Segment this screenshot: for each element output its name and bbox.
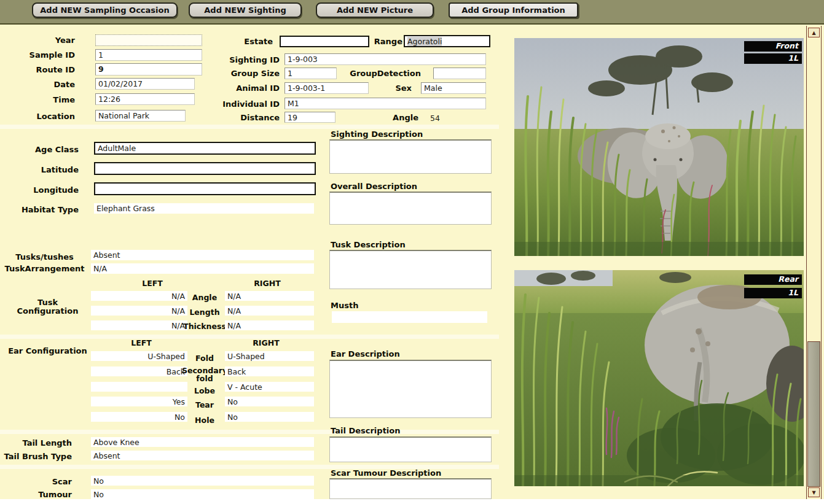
photo-id-tag: 1L [744,53,802,64]
latitude-field[interactable] [94,162,316,175]
photo-id-tag: 1L [744,288,802,298]
ear-fold-label: Fold [186,354,224,363]
ear-lobe-label: Lobe [186,386,224,395]
location-label: Location [12,112,75,121]
add-picture-button[interactable]: Add NEW Picture [316,2,434,18]
habitat-type-field[interactable]: Elephant Grass [94,203,314,214]
age-class-field[interactable]: AdultMale [94,142,316,155]
scar-tumour-description-field[interactable] [329,478,492,499]
tusk-length-label: Length [186,308,224,317]
longitude-field[interactable] [94,182,316,195]
location-field[interactable]: National Park [95,110,186,122]
ear-lobe-left-field[interactable] [91,382,187,392]
range-selected-text: Agoratoli [407,37,442,46]
front-photo[interactable]: Front 1L [514,38,804,256]
scroll-thumb[interactable] [807,341,820,487]
time-label: Time [12,96,75,104]
vertical-scrollbar[interactable]: ▲ ▼ [806,26,822,499]
range-label: Range [344,37,402,46]
photo-view-tag: Rear [744,274,802,285]
tail-brush-type-field[interactable]: Absent [91,451,314,460]
tusk-thickness-right-field[interactable]: N/A [225,320,314,330]
tumour-field[interactable]: No [91,489,314,499]
elephant-rear-illustration [514,270,804,486]
musth-label: Musth [331,301,492,310]
group-detection-field[interactable] [433,68,486,79]
tusk-left-header: LEFT [134,279,171,288]
tusks-tushes-field[interactable]: Absent [91,250,314,260]
sighting-description-label: Sighting Description [331,130,492,139]
tusk-angle-right-field[interactable]: N/A [225,291,314,301]
ear-description-field[interactable] [329,360,492,418]
sample-id-label: Sample ID [12,51,75,60]
ear-hole-right-field[interactable]: No [225,412,314,422]
toolbar: Add NEW Sampling Occasion Add NEW Sighti… [0,0,824,25]
ear-secondary-fold-left-field[interactable]: Back [91,366,187,376]
habitat-type-label: Habitat Type [12,206,79,214]
longitude-label: Longitude [12,186,79,195]
tusk-right-header: RIGHT [249,279,286,288]
tail-description-field[interactable] [329,436,492,462]
range-field[interactable]: Agoratoli [404,35,490,47]
add-sampling-occasion-button[interactable]: Add NEW Sampling Occasion [32,2,178,18]
elephant-front-illustration [514,38,804,256]
tusk-description-field[interactable] [329,250,492,289]
bottom-strip [0,499,824,504]
section-divider [0,125,499,129]
tusk-arrangement-label: TuskArrangement [0,265,89,273]
individual-id-field[interactable]: M1 [284,98,486,109]
scar-label: Scar [0,478,72,486]
ear-secondary-fold-right-field[interactable]: Back [225,366,314,376]
scroll-down-button[interactable]: ▼ [808,487,820,497]
estate-label: Estate [203,37,273,46]
tail-length-field[interactable]: Above Knee [91,437,314,447]
distance-label: Distance [203,114,280,122]
route-id-label: Route ID [12,66,75,74]
distance-field[interactable]: 19 [284,112,335,123]
angle-value[interactable]: 54 [430,114,440,123]
tusk-length-right-field[interactable]: N/A [225,306,314,316]
sample-id-field[interactable]: 1 [95,49,202,61]
sex-field[interactable]: Male [421,82,486,94]
date-field[interactable]: 01/02/2017 [95,78,195,90]
scar-tumour-description-label: Scar Tumour Description [331,469,492,478]
scroll-up-button[interactable]: ▲ [808,28,820,37]
ear-tear-left-field[interactable]: Yes [91,397,187,406]
scroll-up-icon: ▲ [812,30,815,36]
ear-tear-right-field[interactable]: No [225,397,314,406]
ear-fold-left-field[interactable]: U-Shaped [91,351,187,361]
add-group-information-button[interactable]: Add Group Information [449,2,578,18]
musth-field[interactable] [332,311,487,323]
tail-length-label: Tail Length [0,439,72,448]
tusk-arrangement-field[interactable]: N/A [91,263,314,274]
ear-left-header: LEFT [123,338,160,347]
tusk-thickness-left-field[interactable]: N/A [91,320,187,330]
scar-field[interactable]: No [91,476,314,486]
ear-fold-right-field[interactable]: U-Shaped [225,351,314,361]
sex-label: Sex [369,84,412,93]
year-field[interactable] [95,34,202,46]
tumour-label: Tumour [0,490,72,499]
tusk-configuration-label: Tusk Configuration [6,298,89,316]
group-size-field[interactable]: 1 [284,68,337,79]
latitude-label: Latitude [12,166,79,174]
group-detection-label: GroupDetection [344,69,421,78]
sighting-description-field[interactable] [329,139,492,174]
ear-lobe-right-field[interactable]: V - Acute [225,382,314,392]
rear-photo[interactable]: Rear 1L [514,270,804,486]
tusk-angle-label: Angle [186,293,224,302]
route-id-field[interactable]: 9 [95,63,202,76]
overall-description-label: Overall Description [331,182,492,191]
ear-configuration-label: Ear Configuration [6,347,89,355]
photo-view-tag: Front [744,41,802,52]
ear-hole-label: Hole [186,416,224,425]
overall-description-field[interactable] [329,192,492,225]
time-field[interactable]: 12:26 [95,93,195,105]
tusk-angle-left-field[interactable]: N/A [91,291,187,301]
sighting-id-field[interactable]: 1-9-003 [284,53,486,65]
tusk-length-left-field[interactable]: N/A [91,306,187,316]
animal-id-field[interactable]: 1-9-003-1 [284,82,369,94]
ear-tear-label: Tear [186,400,224,409]
ear-hole-left-field[interactable]: No [91,412,187,422]
add-sighting-button[interactable]: Add NEW Sighting [189,2,302,18]
